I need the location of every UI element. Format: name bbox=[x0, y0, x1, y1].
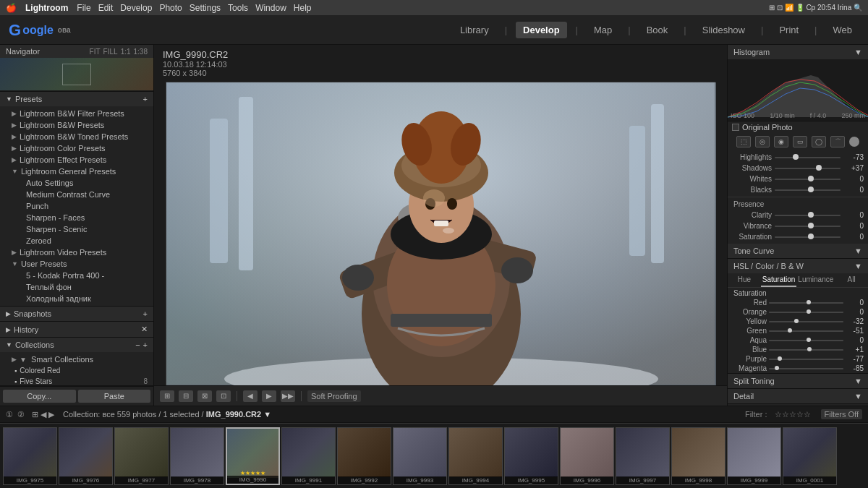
nav-play-icon[interactable]: ▶ bbox=[262, 390, 276, 402]
history-header[interactable]: ▶ History ✕ bbox=[0, 322, 153, 337]
presets-add[interactable]: + bbox=[143, 95, 148, 103]
fit-btn[interactable]: FIT bbox=[90, 48, 101, 56]
menu-window[interactable]: Window bbox=[255, 3, 286, 13]
saturation-track[interactable] bbox=[775, 236, 841, 238]
nav-slideshow[interactable]: Slideshow bbox=[695, 22, 752, 38]
collections-add[interactable]: + bbox=[143, 341, 148, 349]
film-thumb-10[interactable]: IMG_9995 bbox=[504, 427, 558, 485]
snapshots-add[interactable]: + bbox=[143, 309, 148, 318]
preset-general[interactable]: ▼Lightroom General Presets bbox=[0, 166, 153, 177]
film-thumb-9[interactable]: IMG_9994 bbox=[448, 427, 503, 485]
preset-effect[interactable]: ▶Lightroom Effect Presets bbox=[0, 154, 153, 166]
grid-view-icon[interactable]: ⊞ bbox=[32, 410, 38, 419]
hsl-tab-saturation[interactable]: Saturation bbox=[761, 273, 797, 287]
preset-punch[interactable]: Punch bbox=[9, 200, 153, 212]
filters-off[interactable]: Filters Off bbox=[821, 409, 862, 419]
preset-video[interactable]: ▶Lightroom Video Presets bbox=[0, 247, 153, 258]
nav-web[interactable]: Web bbox=[826, 22, 860, 38]
menu-file[interactable]: File bbox=[77, 3, 90, 13]
nav-map[interactable]: Map bbox=[587, 22, 619, 38]
zoom-btn[interactable]: 1:38 bbox=[134, 48, 148, 56]
nav-prev-icon[interactable]: ◀ bbox=[243, 390, 258, 402]
saturation-thumb[interactable] bbox=[808, 234, 814, 239]
hsl-green-thumb[interactable] bbox=[788, 328, 792, 333]
hsl-orange-thumb[interactable] bbox=[807, 309, 811, 314]
shadows-thumb[interactable] bbox=[816, 165, 822, 171]
hsl-yellow-track[interactable] bbox=[769, 321, 843, 322]
nav-print[interactable]: Print bbox=[772, 22, 806, 38]
film-thumb-7[interactable]: IMG_9992 bbox=[337, 427, 391, 485]
preset-auto[interactable]: Auto Settings bbox=[9, 177, 153, 189]
hsl-orange-track[interactable] bbox=[769, 312, 843, 313]
preset-bw-toned[interactable]: ▶Lightroom B&W Toned Presets bbox=[0, 131, 153, 142]
film-thumb-1[interactable]: IMG_9975 bbox=[3, 427, 57, 485]
clarity-track[interactable] bbox=[775, 215, 841, 216]
collection-five-stars[interactable]: ▪Five Stars8 bbox=[9, 376, 153, 386]
collections-header[interactable]: ▼ Collections − + bbox=[0, 338, 153, 352]
preset-bw[interactable]: ▶Lightroom B&W Presets bbox=[0, 119, 153, 131]
hsl-blue-thumb[interactable] bbox=[807, 347, 812, 351]
film-thumb-14[interactable]: IMG_9999 bbox=[727, 427, 781, 485]
copy-button[interactable]: Copy... bbox=[3, 390, 76, 403]
hsl-magenta-track[interactable] bbox=[769, 368, 843, 369]
preset-warm[interactable]: Теплый фон bbox=[9, 281, 153, 293]
hsl-tab-hue[interactable]: Hue bbox=[728, 273, 761, 287]
hsl-blue-track[interactable] bbox=[769, 349, 843, 351]
hsl-yellow-thumb[interactable] bbox=[794, 319, 799, 323]
tone-curve-header[interactable]: Tone Curve ▼ bbox=[728, 244, 868, 258]
shadows-track[interactable] bbox=[775, 168, 841, 169]
hsl-aqua-thumb[interactable] bbox=[807, 338, 811, 342]
hsl-purple-thumb[interactable] bbox=[778, 356, 782, 361]
nav-book[interactable]: Book bbox=[639, 22, 676, 38]
history-close[interactable]: ✕ bbox=[141, 325, 148, 334]
menu-tools[interactable]: Tools bbox=[228, 3, 248, 13]
hsl-red-thumb[interactable] bbox=[807, 300, 811, 304]
film-thumb-11[interactable]: IMG_9996 bbox=[560, 427, 614, 485]
menu-help[interactable]: Help bbox=[294, 3, 312, 13]
fill-btn[interactable]: FILL bbox=[103, 48, 118, 56]
preset-bw-filter[interactable]: ▶Lightroom B&W Filter Presets bbox=[0, 108, 153, 119]
menu-photo[interactable]: Photo bbox=[159, 3, 182, 13]
film-thumb-6[interactable]: IMG_9991 bbox=[281, 427, 336, 485]
soft-proofing-btn[interactable]: Soft Proofing bbox=[307, 390, 361, 402]
film-thumb-4[interactable]: IMG_9978 bbox=[170, 427, 224, 485]
whites-track[interactable] bbox=[775, 179, 841, 180]
nav-library[interactable]: Library bbox=[453, 22, 496, 38]
hsl-aqua-track[interactable] bbox=[769, 340, 843, 341]
nav-next-icon[interactable]: ▶▶ bbox=[281, 390, 295, 402]
preset-color[interactable]: ▶Lightroom Color Presets bbox=[0, 142, 153, 154]
view-survey-icon[interactable]: ⊡ bbox=[216, 390, 231, 402]
view-compare-icon[interactable]: ⊟ bbox=[179, 390, 193, 402]
prev-icon[interactable]: ◀ bbox=[41, 410, 46, 419]
filmstrip-nav-1[interactable]: ① bbox=[6, 410, 13, 419]
hsl-red-track[interactable] bbox=[769, 302, 843, 304]
snapshots-header[interactable]: ▶ Snapshots + bbox=[0, 307, 153, 321]
film-thumb-5[interactable]: IMG_9990 ★★★★★ bbox=[226, 427, 280, 485]
hsl-purple-track[interactable] bbox=[769, 359, 843, 360]
hsl-magenta-thumb[interactable] bbox=[775, 366, 779, 370]
apple-menu[interactable]: 🍎 bbox=[6, 3, 17, 13]
radial-tool[interactable]: ◯ bbox=[812, 136, 826, 147]
1to1-btn[interactable]: 1:1 bbox=[121, 48, 131, 56]
menu-edit[interactable]: Edit bbox=[98, 3, 114, 13]
spot-heal-tool[interactable]: ◎ bbox=[755, 136, 770, 147]
film-thumb-13[interactable]: IMG_9998 bbox=[671, 427, 726, 485]
nav-develop[interactable]: Develop bbox=[516, 22, 567, 38]
preset-zeroed[interactable]: Zeroed bbox=[9, 235, 153, 247]
blacks-thumb[interactable] bbox=[808, 187, 814, 192]
film-thumb-15[interactable]: IMG_0001 bbox=[783, 427, 837, 485]
color-tool[interactable] bbox=[849, 137, 859, 147]
hsl-header[interactable]: HSL / Color / B & W ▼ bbox=[728, 259, 868, 273]
highlights-track[interactable] bbox=[775, 157, 841, 158]
whites-thumb[interactable] bbox=[808, 176, 814, 181]
collections-minus[interactable]: − bbox=[135, 341, 140, 349]
hsl-green-track[interactable] bbox=[769, 330, 843, 332]
collection-colored-red[interactable]: ▪Colored Red bbox=[9, 365, 153, 376]
split-toning-header[interactable]: Split Toning ▼ bbox=[728, 374, 868, 388]
preset-medium[interactable]: Medium Contrast Curve bbox=[9, 189, 153, 200]
hsl-tab-luminance[interactable]: Luminance bbox=[796, 273, 835, 287]
film-thumb-12[interactable]: IMG_9997 bbox=[616, 427, 670, 485]
preset-sharpen-scenic[interactable]: Sharpen - Scenic bbox=[9, 223, 153, 235]
collections-folder-root[interactable]: ▶▼Smart Collections bbox=[0, 354, 153, 365]
view-grid-icon[interactable]: ⊞ bbox=[160, 390, 174, 402]
